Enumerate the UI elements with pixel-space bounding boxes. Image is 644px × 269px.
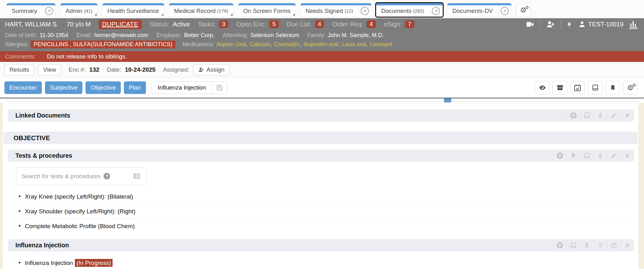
documents-dv-popout-button[interactable]: ↗	[498, 5, 511, 16]
preview-button[interactable]	[535, 81, 550, 94]
external-link-icon: ↗	[361, 7, 369, 15]
tab-medical-record[interactable]: Medical Record(176)	[169, 3, 234, 17]
medication-link[interactable]: ibuprofen oral	[303, 41, 338, 48]
cancel-button[interactable]	[607, 239, 620, 251]
scrollbar-thumb[interactable]	[444, 98, 451, 102]
gears-icon: ⚙⚙	[627, 84, 634, 91]
bookmark-icon	[609, 84, 616, 91]
question-icon: ?	[103, 173, 110, 179]
medication-link[interactable]: Coumadin	[274, 41, 300, 48]
scrollbar-track[interactable]	[6, 101, 638, 102]
user-icon	[578, 20, 586, 28]
note-settings-button[interactable]: ⚙⚙	[623, 81, 638, 94]
dictate-button[interactable]	[580, 239, 593, 251]
esign-count-badge[interactable]: 7	[405, 20, 414, 28]
save-icon	[216, 84, 223, 91]
calendar-check-icon	[574, 84, 581, 92]
results-button[interactable]: Results	[4, 64, 34, 75]
remove-button[interactable]: ×	[620, 109, 634, 122]
book-icon	[583, 112, 591, 119]
patient-header: HART, WILLIAM S. 70 y/o M DUPLICATE Stat…	[0, 18, 644, 51]
tab-documents[interactable]: Documents(282) ↗	[376, 3, 443, 17]
bolt-icon[interactable]	[566, 20, 573, 28]
medication-link[interactable]: Lisinopril	[370, 41, 392, 48]
medications-label: Medications:	[182, 41, 214, 48]
tab-admin[interactable]: Admin(41)	[60, 3, 98, 17]
allergies-badge[interactable]: PENICILLINS , SULFA(SULFONAMIDE ANTIBIOT…	[31, 41, 175, 48]
enc-number-value: 132	[89, 66, 99, 73]
help-button[interactable]: ?	[553, 239, 566, 251]
gear-icon: ⚙⚙	[520, 7, 527, 14]
save-button[interactable]	[212, 82, 227, 94]
tests-search-input[interactable]: Search for tests & procedures ?	[16, 167, 147, 185]
expand-button[interactable]	[593, 239, 607, 251]
objective-nav-button[interactable]: Objective	[86, 81, 120, 94]
tab-settings-button[interactable]: ⚙⚙	[516, 4, 531, 17]
book-button[interactable]	[566, 239, 580, 251]
list-picker-button[interactable]	[132, 172, 141, 180]
section-title: OBJECTIVE	[14, 134, 50, 142]
duplicate-flag[interactable]: DUPLICATE	[99, 20, 141, 29]
enc-number-label: Enc #:	[69, 66, 86, 73]
question-icon: ?	[557, 242, 563, 249]
bookmark-button[interactable]	[605, 81, 620, 94]
esign-label: eSign:	[384, 21, 402, 28]
microphone-icon	[597, 152, 604, 159]
subjective-nav-button[interactable]: Subjective	[45, 81, 83, 94]
book-button[interactable]	[580, 109, 593, 122]
bar-chart-icon[interactable]	[629, 20, 638, 29]
help-button[interactable]: ?	[566, 109, 580, 122]
remove-button[interactable]: ×	[620, 239, 634, 251]
tab-health-surveillance[interactable]: Health Surveillance	[102, 3, 164, 17]
list-item: Complete Metabolic Profile (Blood Chem)	[16, 219, 634, 233]
plan-nav-button[interactable]: Plan	[124, 81, 146, 94]
schedule-button[interactable]	[570, 81, 585, 94]
linked-documents-section-header: Linked Documents ? ×	[8, 109, 634, 122]
list-item: Xray Shoulder (specify Left/Right): (Rig…	[16, 204, 634, 219]
needs-signed-popout-button[interactable]: ↗	[358, 5, 371, 16]
archive-button[interactable]	[552, 81, 567, 94]
tab-summary[interactable]: Summary ↗	[6, 3, 56, 17]
assign-button[interactable]: Assign	[193, 64, 230, 75]
chart-book-button[interactable]	[588, 81, 602, 94]
dictate-button[interactable]	[593, 150, 607, 162]
video-camera-icon[interactable]	[525, 20, 535, 28]
book-icon	[583, 152, 591, 159]
encounter-nav-button[interactable]: Encounter	[4, 81, 42, 94]
comments-text: Do not release info to siblings.	[47, 53, 127, 60]
order-req-count-badge[interactable]: 4	[367, 20, 376, 28]
eye-icon	[538, 84, 547, 91]
due-list-count-badge[interactable]: 4	[315, 20, 324, 28]
book-button[interactable]	[580, 150, 593, 162]
comments-bar: Comments: Do not release info to sibling…	[0, 51, 644, 62]
dictate-button[interactable]	[593, 109, 607, 122]
add-user-icon[interactable]	[546, 20, 555, 29]
edit-button[interactable]	[607, 109, 620, 122]
dropdown-fold-icon	[292, 13, 295, 16]
tasks-count-badge[interactable]: 3	[219, 20, 228, 28]
summary-popout-button[interactable]: ↗	[42, 5, 55, 16]
dob-label: Date of birth:	[5, 32, 37, 38]
medication-link[interactable]: Lasix oral	[342, 41, 366, 48]
bookmark-icon	[570, 152, 576, 159]
current-user[interactable]: TEST-10019	[578, 20, 624, 28]
tab-needs-signed[interactable]: Needs Signed(12) ↗	[300, 3, 372, 17]
edit-button[interactable]	[607, 150, 620, 162]
documents-popout-button[interactable]: ↗	[429, 5, 442, 16]
question-icon: ?	[557, 152, 563, 159]
question-icon: ?	[570, 112, 577, 119]
remove-button[interactable]: ×	[620, 150, 634, 162]
medication-link[interactable]: Calcium	[250, 41, 270, 48]
date-value: 10-24-2025	[125, 66, 155, 73]
bookmark-button[interactable]	[566, 150, 580, 162]
employer-value: Better Corp.	[184, 32, 214, 38]
view-button[interactable]: View	[38, 64, 61, 75]
dropdown-fold-icon	[161, 13, 164, 16]
help-button[interactable]: ?	[553, 150, 566, 162]
medication-link[interactable]: Aspirin Oral	[216, 41, 246, 48]
tab-on-screen-forms[interactable]: On Screen Forms	[238, 3, 296, 17]
open-enc-count-badge[interactable]: 5	[269, 20, 279, 28]
allergies-label: Allergies:	[5, 41, 28, 48]
external-link-icon: ↗	[432, 7, 440, 15]
tab-documents-dv[interactable]: Documents-DV ↗	[447, 3, 512, 17]
